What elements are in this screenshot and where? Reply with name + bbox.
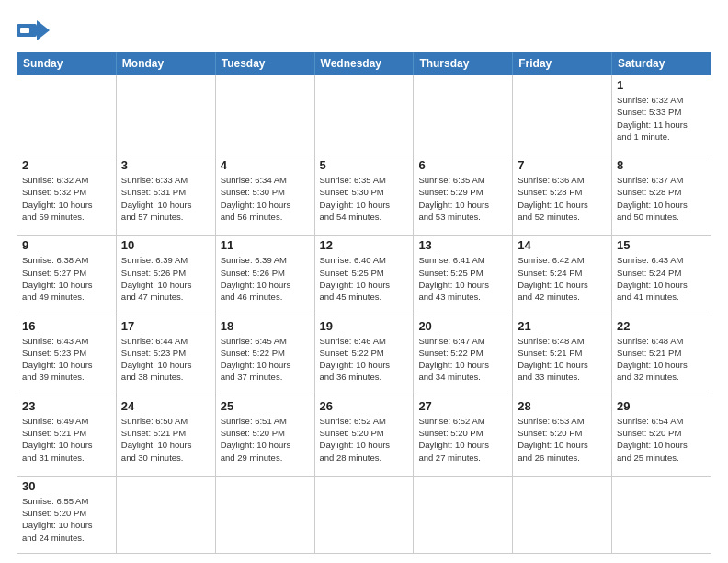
day-number: 23 — [22, 399, 111, 413]
day-info: Sunrise: 6:44 AM Sunset: 5:23 PM Dayligh… — [121, 335, 210, 384]
calendar-cell: 16Sunrise: 6:43 AM Sunset: 5:23 PM Dayli… — [17, 316, 117, 396]
day-info: Sunrise: 6:43 AM Sunset: 5:24 PM Dayligh… — [617, 254, 706, 303]
day-info: Sunrise: 6:36 AM Sunset: 5:28 PM Dayligh… — [518, 174, 607, 223]
calendar-cell: 1Sunrise: 6:32 AM Sunset: 5:33 PM Daylig… — [612, 75, 711, 155]
day-number: 22 — [617, 319, 706, 333]
calendar-cell: 4Sunrise: 6:34 AM Sunset: 5:30 PM Daylig… — [215, 155, 314, 236]
calendar-cell: 14Sunrise: 6:42 AM Sunset: 5:24 PM Dayli… — [513, 236, 612, 316]
calendar-cell — [215, 75, 314, 155]
calendar-cell — [513, 75, 612, 155]
calendar-cell — [314, 75, 414, 155]
calendar-cell: 22Sunrise: 6:48 AM Sunset: 5:21 PM Dayli… — [612, 316, 711, 396]
calendar-week-row: 9Sunrise: 6:38 AM Sunset: 5:27 PM Daylig… — [17, 236, 711, 316]
calendar-cell: 2Sunrise: 6:32 AM Sunset: 5:32 PM Daylig… — [17, 155, 117, 236]
calendar-cell — [414, 476, 513, 553]
day-number: 24 — [121, 399, 210, 413]
day-number: 25 — [221, 399, 310, 413]
day-number: 9 — [22, 238, 111, 252]
day-number: 21 — [518, 319, 607, 333]
header — [17, 17, 711, 44]
day-number: 27 — [418, 399, 507, 413]
calendar-cell: 13Sunrise: 6:41 AM Sunset: 5:25 PM Dayli… — [414, 236, 513, 316]
day-number: 29 — [617, 399, 706, 413]
calendar-cell — [414, 75, 513, 155]
day-info: Sunrise: 6:33 AM Sunset: 5:31 PM Dayligh… — [121, 174, 210, 223]
calendar-week-row: 16Sunrise: 6:43 AM Sunset: 5:23 PM Dayli… — [17, 316, 711, 396]
day-info: Sunrise: 6:39 AM Sunset: 5:26 PM Dayligh… — [121, 254, 210, 303]
calendar-cell: 23Sunrise: 6:49 AM Sunset: 5:21 PM Dayli… — [17, 396, 117, 476]
calendar-cell: 18Sunrise: 6:45 AM Sunset: 5:22 PM Dayli… — [215, 316, 314, 396]
day-info: Sunrise: 6:49 AM Sunset: 5:21 PM Dayligh… — [22, 415, 111, 464]
day-number: 26 — [320, 399, 409, 413]
day-info: Sunrise: 6:45 AM Sunset: 5:22 PM Dayligh… — [221, 335, 310, 384]
generalblue-logo-icon — [17, 17, 50, 44]
day-info: Sunrise: 6:38 AM Sunset: 5:27 PM Dayligh… — [22, 254, 111, 303]
day-number: 7 — [518, 158, 607, 172]
calendar-cell: 12Sunrise: 6:40 AM Sunset: 5:25 PM Dayli… — [314, 236, 414, 316]
day-info: Sunrise: 6:32 AM Sunset: 5:32 PM Dayligh… — [22, 174, 111, 223]
day-number: 6 — [418, 158, 507, 172]
day-number: 12 — [320, 238, 409, 252]
calendar-cell: 28Sunrise: 6:53 AM Sunset: 5:20 PM Dayli… — [513, 396, 612, 476]
calendar-header-wednesday: Wednesday — [314, 52, 414, 75]
calendar-cell: 29Sunrise: 6:54 AM Sunset: 5:20 PM Dayli… — [612, 396, 711, 476]
svg-rect-2 — [20, 28, 29, 33]
calendar-cell — [116, 75, 215, 155]
day-info: Sunrise: 6:35 AM Sunset: 5:30 PM Dayligh… — [320, 174, 409, 223]
calendar-cell: 5Sunrise: 6:35 AM Sunset: 5:30 PM Daylig… — [314, 155, 414, 236]
calendar-cell: 21Sunrise: 6:48 AM Sunset: 5:21 PM Dayli… — [513, 316, 612, 396]
day-number: 30 — [22, 479, 111, 493]
calendar-cell: 24Sunrise: 6:50 AM Sunset: 5:21 PM Dayli… — [116, 396, 215, 476]
day-info: Sunrise: 6:37 AM Sunset: 5:28 PM Dayligh… — [617, 174, 706, 223]
day-number: 28 — [518, 399, 607, 413]
day-number: 10 — [121, 238, 210, 252]
calendar-cell: 3Sunrise: 6:33 AM Sunset: 5:31 PM Daylig… — [116, 155, 215, 236]
day-info: Sunrise: 6:48 AM Sunset: 5:21 PM Dayligh… — [617, 335, 706, 384]
calendar-week-row: 30Sunrise: 6:55 AM Sunset: 5:20 PM Dayli… — [17, 476, 711, 553]
day-info: Sunrise: 6:42 AM Sunset: 5:24 PM Dayligh… — [518, 254, 607, 303]
day-info: Sunrise: 6:41 AM Sunset: 5:25 PM Dayligh… — [418, 254, 507, 303]
day-number: 20 — [418, 319, 507, 333]
day-number: 15 — [617, 238, 706, 252]
calendar-cell: 17Sunrise: 6:44 AM Sunset: 5:23 PM Dayli… — [116, 316, 215, 396]
calendar-table: SundayMondayTuesdayWednesdayThursdayFrid… — [17, 52, 711, 554]
calendar-cell: 19Sunrise: 6:46 AM Sunset: 5:22 PM Dayli… — [314, 316, 414, 396]
calendar-header-tuesday: Tuesday — [215, 52, 314, 75]
day-number: 3 — [121, 158, 210, 172]
calendar-cell: 9Sunrise: 6:38 AM Sunset: 5:27 PM Daylig… — [17, 236, 117, 316]
calendar-week-row: 1Sunrise: 6:32 AM Sunset: 5:33 PM Daylig… — [17, 75, 711, 155]
day-info: Sunrise: 6:47 AM Sunset: 5:22 PM Dayligh… — [418, 335, 507, 384]
calendar-cell — [513, 476, 612, 553]
svg-marker-1 — [37, 20, 50, 40]
day-number: 2 — [22, 158, 111, 172]
calendar-cell — [314, 476, 414, 553]
calendar-cell: 25Sunrise: 6:51 AM Sunset: 5:20 PM Dayli… — [215, 396, 314, 476]
day-info: Sunrise: 6:34 AM Sunset: 5:30 PM Dayligh… — [221, 174, 310, 223]
day-number: 16 — [22, 319, 111, 333]
day-number: 17 — [121, 319, 210, 333]
calendar-header-thursday: Thursday — [414, 52, 513, 75]
day-info: Sunrise: 6:51 AM Sunset: 5:20 PM Dayligh… — [221, 415, 310, 464]
day-info: Sunrise: 6:50 AM Sunset: 5:21 PM Dayligh… — [121, 415, 210, 464]
calendar-cell: 15Sunrise: 6:43 AM Sunset: 5:24 PM Dayli… — [612, 236, 711, 316]
day-info: Sunrise: 6:39 AM Sunset: 5:26 PM Dayligh… — [221, 254, 310, 303]
day-number: 19 — [320, 319, 409, 333]
calendar-cell — [612, 476, 711, 553]
calendar-cell: 27Sunrise: 6:52 AM Sunset: 5:20 PM Dayli… — [414, 396, 513, 476]
calendar-header-sunday: Sunday — [17, 52, 117, 75]
calendar-week-row: 2Sunrise: 6:32 AM Sunset: 5:32 PM Daylig… — [17, 155, 711, 236]
calendar-cell: 20Sunrise: 6:47 AM Sunset: 5:22 PM Dayli… — [414, 316, 513, 396]
day-number: 14 — [518, 238, 607, 252]
day-number: 18 — [221, 319, 310, 333]
day-number: 11 — [221, 238, 310, 252]
calendar-week-row: 23Sunrise: 6:49 AM Sunset: 5:21 PM Dayli… — [17, 396, 711, 476]
page: SundayMondayTuesdayWednesdayThursdayFrid… — [0, 0, 728, 563]
day-number: 5 — [320, 158, 409, 172]
calendar-header-monday: Monday — [116, 52, 215, 75]
day-info: Sunrise: 6:54 AM Sunset: 5:20 PM Dayligh… — [617, 415, 706, 464]
calendar-header-row: SundayMondayTuesdayWednesdayThursdayFrid… — [17, 52, 711, 75]
calendar-cell: 7Sunrise: 6:36 AM Sunset: 5:28 PM Daylig… — [513, 155, 612, 236]
day-number: 13 — [418, 238, 507, 252]
day-info: Sunrise: 6:53 AM Sunset: 5:20 PM Dayligh… — [518, 415, 607, 464]
calendar-cell — [215, 476, 314, 553]
